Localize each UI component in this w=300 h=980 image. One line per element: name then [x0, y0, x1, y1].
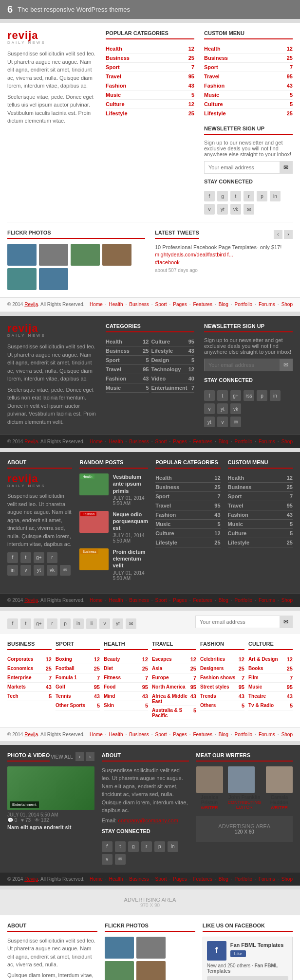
- nav-sport-2[interactable]: Sport: [155, 439, 167, 444]
- cat-name[interactable]: Others: [200, 703, 216, 708]
- cat-name[interactable]: Boxing: [56, 656, 72, 662]
- nav-sport-3[interactable]: Sport: [155, 598, 167, 603]
- menu-name[interactable]: Lifestyle: [204, 110, 226, 116]
- pinterest-icon-5[interactable]: p: [154, 841, 165, 852]
- nav-features-4[interactable]: Features: [193, 732, 212, 737]
- nav-business-5[interactable]: Business: [129, 876, 149, 882]
- cat-name[interactable]: Entertainment: [151, 385, 188, 391]
- menu-name[interactable]: Sport: [204, 64, 218, 70]
- instagram-icon[interactable]: in: [270, 191, 281, 201]
- nav-business-4[interactable]: Business: [129, 732, 149, 737]
- youtube-icon-2[interactable]: yt: [217, 403, 228, 414]
- google-plus-icon[interactable]: g: [217, 191, 228, 201]
- google-icon-5[interactable]: g: [128, 841, 139, 852]
- vimeo2-icon[interactable]: v: [217, 417, 228, 427]
- fb-like-btn[interactable]: Like: [230, 950, 246, 957]
- cat-name[interactable]: Culture: [106, 101, 125, 107]
- cat-name[interactable]: Australia & S Pacific: [152, 708, 193, 718]
- youtube-icon-3[interactable]: yt: [34, 565, 44, 576]
- nav-home-5[interactable]: Home: [90, 876, 103, 882]
- google-icon-3[interactable]: g+: [34, 552, 44, 563]
- twitter-icon-2[interactable]: t: [217, 390, 228, 401]
- writer-avatar-3[interactable]: [266, 766, 293, 793]
- email-submit-4[interactable]: ✉: [280, 616, 292, 628]
- cat-name[interactable]: Business: [106, 348, 130, 354]
- rss-icon-3[interactable]: r: [47, 552, 57, 563]
- cat-name[interactable]: Technology: [151, 366, 181, 372]
- cat-name[interactable]: Corporates: [7, 656, 33, 662]
- cat-name[interactable]: Markets: [7, 684, 26, 690]
- menu-name[interactable]: Culture: [228, 530, 247, 536]
- vk-icon[interactable]: vk: [230, 204, 241, 215]
- cat-name[interactable]: Business: [106, 55, 130, 61]
- cat-name[interactable]: Tennis: [56, 693, 71, 699]
- photo-large[interactable]: Entertainment: [7, 766, 94, 810]
- nav-home-4[interactable]: Home: [90, 732, 103, 737]
- post-title-3[interactable]: Proin dictum elementum velit: [112, 548, 148, 569]
- nav-shop-2[interactable]: Shop: [281, 439, 293, 444]
- rss-icon-5[interactable]: r: [141, 841, 152, 852]
- cat-name[interactable]: Tv & Radio: [248, 703, 274, 708]
- cat-name[interactable]: Fashion shows: [200, 675, 235, 681]
- email-icon-3[interactable]: ✉: [60, 565, 71, 576]
- cat-name[interactable]: Music: [106, 385, 121, 391]
- post-thumb-3[interactable]: Business: [79, 548, 109, 570]
- menu-name[interactable]: Travel: [228, 503, 244, 508]
- nav-sport-5[interactable]: Sport: [155, 876, 167, 882]
- rss-icon-2[interactable]: rss: [244, 390, 254, 401]
- cat-name[interactable]: Celebrities: [200, 656, 225, 662]
- menu-name[interactable]: Health: [204, 46, 221, 52]
- instagram-icon-4[interactable]: in: [73, 618, 84, 629]
- cat-name[interactable]: Travel: [106, 73, 121, 79]
- facebook-icon-4[interactable]: f: [7, 618, 18, 629]
- nav-home[interactable]: Home: [90, 302, 103, 307]
- nav-features-2[interactable]: Features: [193, 439, 212, 444]
- nav-features-3[interactable]: Features: [193, 598, 212, 603]
- cat-name[interactable]: Culture: [151, 339, 170, 345]
- nav-health[interactable]: Health: [109, 302, 123, 307]
- nav-features[interactable]: Features: [193, 302, 212, 307]
- cat-name[interactable]: Economics: [7, 666, 33, 671]
- email-icon-4[interactable]: ✉: [126, 618, 136, 629]
- nav-blog-4[interactable]: Blog: [219, 732, 228, 737]
- cat-name[interactable]: Enterprise: [7, 675, 31, 681]
- cat-name[interactable]: Other Sports: [56, 703, 85, 708]
- facebook-icon[interactable]: f: [204, 191, 215, 201]
- nav-pages-4[interactable]: Pages: [173, 732, 187, 737]
- nav-blog[interactable]: Blog: [219, 302, 228, 307]
- pinterest-icon-2[interactable]: p: [257, 390, 267, 401]
- cat-name[interactable]: Designers: [200, 666, 224, 671]
- flickr-thumb[interactable]: [136, 961, 166, 980]
- nav-health-2[interactable]: Health: [109, 439, 123, 444]
- cat-name[interactable]: Music: [248, 684, 262, 690]
- revija-link-2[interactable]: Revija: [24, 439, 38, 444]
- youtube-icon[interactable]: yt: [217, 204, 228, 215]
- email-submit-1[interactable]: ✉: [280, 162, 292, 173]
- cat-name[interactable]: Tech: [7, 693, 19, 699]
- email-icon-5[interactable]: ✉: [115, 854, 126, 865]
- nav-shop[interactable]: Shop: [281, 302, 293, 307]
- cat-name[interactable]: Sport: [106, 357, 120, 363]
- menu-name[interactable]: Business: [204, 55, 228, 61]
- email-input-4[interactable]: [196, 616, 280, 628]
- cat-name[interactable]: Art & Design: [248, 656, 278, 662]
- facebook-icon-2[interactable]: f: [204, 390, 215, 401]
- flickr-thumb[interactable]: [7, 268, 37, 290]
- nav-portfolio-2[interactable]: Portfolio: [234, 439, 252, 444]
- flickr-thumb[interactable]: [105, 937, 134, 959]
- flickr-thumb[interactable]: [102, 244, 131, 266]
- nav-business[interactable]: Business: [129, 302, 149, 307]
- cat-name[interactable]: Travel: [106, 366, 121, 372]
- instagram-icon-3[interactable]: in: [7, 565, 18, 576]
- menu-name[interactable]: Culture: [204, 101, 223, 107]
- flickr-thumb[interactable]: [39, 244, 68, 266]
- nav-shop-4[interactable]: Shop: [281, 732, 293, 737]
- cat-name[interactable]: Skin: [104, 703, 114, 708]
- nav-shop-5[interactable]: Shop: [281, 876, 293, 882]
- cat-name[interactable]: Europe: [152, 675, 169, 681]
- vimeo-icon-5[interactable]: v: [102, 854, 112, 865]
- facebook-icon-3[interactable]: f: [7, 552, 18, 563]
- revija-link-4[interactable]: Revija: [24, 732, 38, 737]
- revija-link-5[interactable]: Revija: [24, 876, 38, 882]
- nav-forums-4[interactable]: Forums: [259, 732, 275, 737]
